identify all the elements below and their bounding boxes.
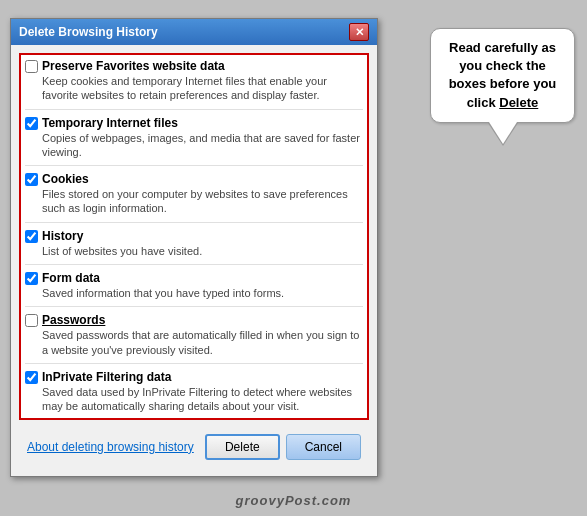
- delete-button[interactable]: Delete: [205, 434, 280, 460]
- bubble-text: Read carefully asyou check theboxes befo…: [449, 40, 557, 110]
- label-inprivate[interactable]: InPrivate Filtering data: [42, 370, 171, 384]
- desc-history: List of websites you have visited.: [42, 244, 363, 258]
- item-inprivate: InPrivate Filtering data Saved data used…: [25, 370, 363, 414]
- item-cookies: Cookies Files stored on your computer by…: [25, 172, 363, 223]
- close-button[interactable]: ✕: [349, 23, 369, 41]
- item-temp: Temporary Internet files Copies of webpa…: [25, 116, 363, 167]
- dialog-title: Delete Browsing History: [19, 25, 158, 39]
- desc-passwords: Saved passwords that are automatically f…: [42, 328, 363, 357]
- dialog-window: Delete Browsing History ✕ Preserve Favor…: [10, 18, 378, 477]
- watermark: groovyPost.com: [236, 493, 352, 508]
- checkbox-temp[interactable]: [25, 117, 38, 130]
- desc-favorites: Keep cookies and temporary Internet file…: [42, 74, 363, 103]
- checkbox-inprivate[interactable]: [25, 371, 38, 384]
- desc-inprivate: Saved data used by InPrivate Filtering t…: [42, 385, 363, 414]
- footer-buttons: Delete Cancel: [205, 434, 361, 460]
- dialog-footer: About deleting browsing history Delete C…: [19, 430, 369, 468]
- checkbox-cookies[interactable]: [25, 173, 38, 186]
- label-formdata[interactable]: Form data: [42, 271, 100, 285]
- checkbox-passwords[interactable]: [25, 314, 38, 327]
- about-link[interactable]: About deleting browsing history: [27, 440, 194, 454]
- desc-cookies: Files stored on your computer by website…: [42, 187, 363, 216]
- label-passwords[interactable]: Passwords: [42, 313, 105, 327]
- dialog-content: Preserve Favorites website data Keep coo…: [11, 45, 377, 476]
- cancel-button[interactable]: Cancel: [286, 434, 361, 460]
- item-passwords: Passwords Saved passwords that are autom…: [25, 313, 363, 364]
- checkbox-formdata[interactable]: [25, 272, 38, 285]
- items-area: Preserve Favorites website data Keep coo…: [19, 53, 369, 420]
- label-history[interactable]: History: [42, 229, 83, 243]
- desc-formdata: Saved information that you have typed in…: [42, 286, 363, 300]
- label-temp[interactable]: Temporary Internet files: [42, 116, 178, 130]
- desc-temp: Copies of webpages, images, and media th…: [42, 131, 363, 160]
- bubble-delete-word: Delete: [499, 95, 538, 110]
- speech-bubble: Read carefully asyou check theboxes befo…: [430, 28, 575, 123]
- item-history: History List of websites you have visite…: [25, 229, 363, 265]
- checkbox-history[interactable]: [25, 230, 38, 243]
- checkbox-favorites[interactable]: [25, 60, 38, 73]
- item-favorites: Preserve Favorites website data Keep coo…: [25, 59, 363, 110]
- title-bar-content: Delete Browsing History: [19, 25, 158, 39]
- label-favorites[interactable]: Preserve Favorites website data: [42, 59, 225, 73]
- item-formdata: Form data Saved information that you hav…: [25, 271, 363, 307]
- title-bar: Delete Browsing History ✕: [11, 19, 377, 45]
- label-cookies[interactable]: Cookies: [42, 172, 89, 186]
